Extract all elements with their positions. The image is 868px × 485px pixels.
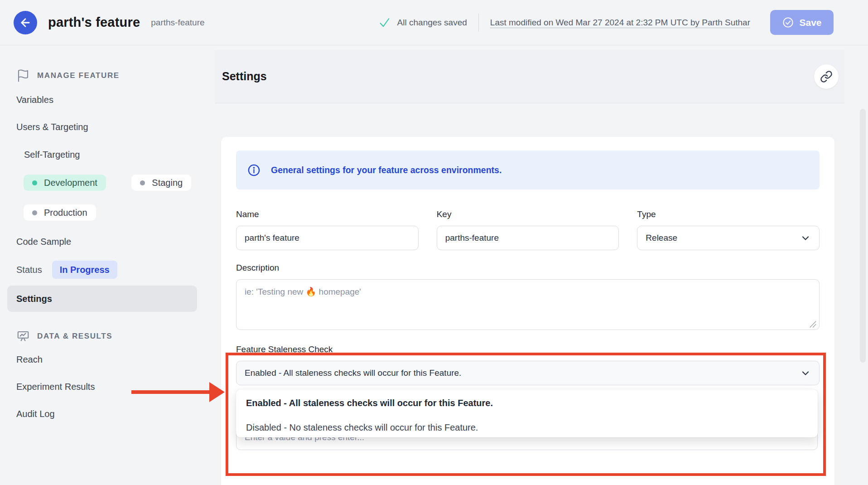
feature-title: parth's feature bbox=[48, 15, 140, 30]
chevron-down-icon bbox=[800, 233, 811, 243]
env-label-production: Production bbox=[44, 208, 87, 218]
sidebar-item-code-sample[interactable]: Code Sample bbox=[0, 235, 215, 248]
staleness-menu-wrap: Enabled - All staleness checks will occu… bbox=[236, 385, 820, 451]
section-data-results-label: DATA & RESULTS bbox=[37, 332, 112, 341]
check-icon bbox=[378, 16, 391, 29]
settings-page-header: Settings bbox=[215, 50, 844, 103]
section-data-results: DATA & RESULTS bbox=[0, 328, 215, 345]
copy-link-button[interactable] bbox=[814, 64, 839, 89]
description-label: Description bbox=[236, 263, 820, 273]
resize-handle-icon[interactable] bbox=[810, 321, 816, 328]
sidebar-item-users-targeting[interactable]: Users & Targeting bbox=[0, 120, 215, 134]
fields-row: Name Key Type Release bbox=[236, 209, 820, 250]
header-divider bbox=[478, 14, 479, 32]
sidebar: MANAGE FEATURE Variables Users & Targeti… bbox=[0, 45, 215, 485]
sidebar-item-self-targeting-label: Self-Targeting bbox=[24, 150, 80, 160]
name-input[interactable] bbox=[236, 226, 419, 250]
back-button[interactable] bbox=[14, 11, 37, 34]
sidebar-item-experiment-results-label: Experiment Results bbox=[16, 382, 95, 392]
staleness-dropdown-menu: Enabled - All staleness checks will occu… bbox=[236, 389, 818, 437]
sidebar-item-audit-log[interactable]: Audit Log bbox=[0, 407, 215, 421]
name-label: Name bbox=[236, 209, 419, 219]
section-manage-feature: MANAGE FEATURE bbox=[0, 67, 215, 84]
env-pill-staging[interactable]: Staging bbox=[131, 175, 191, 191]
env-label-staging: Staging bbox=[152, 178, 183, 188]
description-field-group: Description bbox=[236, 263, 820, 332]
sidebar-item-variables-label: Variables bbox=[16, 95, 53, 105]
sidebar-status-row: Status In Progress bbox=[0, 261, 215, 279]
sidebar-item-reach[interactable]: Reach bbox=[0, 353, 215, 366]
env-dot-development bbox=[32, 180, 37, 185]
env-label-development: Development bbox=[44, 178, 97, 188]
settings-card: General settings for your feature across… bbox=[221, 137, 834, 485]
status-badge[interactable]: In Progress bbox=[52, 261, 117, 279]
sidebar-item-settings[interactable]: Settings bbox=[7, 286, 197, 312]
env-pill-production[interactable]: Production bbox=[24, 204, 96, 221]
scrollbar-thumb[interactable] bbox=[860, 109, 866, 363]
type-label: Type bbox=[637, 209, 820, 219]
key-input[interactable] bbox=[437, 226, 619, 250]
env-pill-development[interactable]: Development bbox=[24, 175, 106, 191]
header-right: All changes saved Last modified on Wed M… bbox=[378, 10, 868, 35]
page-title: Settings bbox=[222, 70, 267, 83]
link-icon bbox=[820, 70, 833, 83]
feature-key: parths-feature bbox=[151, 18, 204, 28]
sidebar-item-variables[interactable]: Variables bbox=[0, 93, 215, 107]
staleness-option-enabled[interactable]: Enabled - All staleness checks will occu… bbox=[246, 397, 808, 409]
circle-check-icon bbox=[782, 16, 794, 29]
section-manage-feature-label: MANAGE FEATURE bbox=[37, 71, 120, 80]
env-dot-staging bbox=[140, 180, 145, 185]
app-header: parth's feature parths-feature All chang… bbox=[0, 0, 868, 45]
key-label: Key bbox=[437, 209, 619, 219]
sidebar-item-settings-label: Settings bbox=[16, 294, 52, 304]
sidebar-item-audit-log-label: Audit Log bbox=[16, 409, 55, 419]
type-select[interactable]: Release bbox=[637, 226, 820, 250]
staleness-select[interactable]: Enabled - All staleness checks will occu… bbox=[236, 361, 820, 385]
sidebar-item-experiment-results[interactable]: Experiment Results bbox=[0, 380, 215, 393]
staleness-label: Feature Staleness Check bbox=[236, 344, 820, 354]
saved-status-text: All changes saved bbox=[397, 18, 467, 28]
status-label: Status bbox=[16, 265, 42, 275]
staleness-option-disabled[interactable]: Disabled - No staleness checks will occu… bbox=[246, 422, 808, 433]
info-banner: General settings for your feature across… bbox=[236, 150, 820, 189]
type-select-value: Release bbox=[646, 233, 677, 243]
save-button-label: Save bbox=[799, 17, 821, 28]
presentation-chart-icon bbox=[16, 330, 30, 343]
type-field-group: Type Release bbox=[637, 209, 820, 250]
sidebar-item-users-targeting-label: Users & Targeting bbox=[16, 122, 88, 132]
key-field-group: Key bbox=[437, 209, 619, 250]
saved-status: All changes saved bbox=[378, 16, 467, 29]
save-button[interactable]: Save bbox=[770, 10, 834, 35]
staleness-select-value: Enabled - All staleness checks will occu… bbox=[245, 368, 461, 378]
sidebar-item-self-targeting[interactable]: Self-Targeting bbox=[0, 148, 215, 161]
chevron-down-icon bbox=[800, 368, 811, 378]
description-textarea[interactable] bbox=[236, 279, 820, 330]
sidebar-item-code-sample-label: Code Sample bbox=[16, 237, 71, 247]
last-modified-link[interactable]: Last modified on Wed Mar 27 2024 at 2:32… bbox=[490, 18, 750, 28]
env-dot-production bbox=[32, 210, 37, 215]
sidebar-item-reach-label: Reach bbox=[16, 354, 43, 365]
info-icon bbox=[247, 163, 261, 177]
description-textarea-wrap bbox=[236, 279, 820, 332]
staleness-field-group: Feature Staleness Check Enabled - All st… bbox=[236, 344, 820, 451]
name-field-group: Name bbox=[236, 209, 419, 250]
flag-icon bbox=[16, 69, 30, 82]
info-banner-text: General settings for your feature across… bbox=[271, 165, 502, 175]
arrow-left-icon bbox=[19, 16, 32, 29]
